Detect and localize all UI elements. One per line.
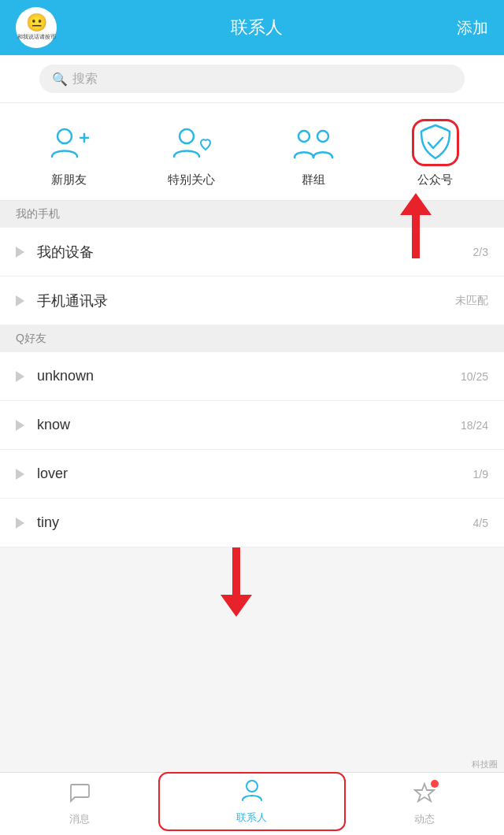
list-arrow-icon (16, 295, 24, 306)
list-item-unknown[interactable]: unknown 10/25 (0, 352, 504, 401)
official-label: 公众号 (417, 173, 453, 187)
quick-actions-grid: 新朋友 特别关心 群组 (0, 103, 504, 201)
star-icon (413, 781, 435, 809)
add-button[interactable]: 添加 (457, 17, 488, 39)
list-item-label: lover (37, 466, 473, 482)
list-item-badge: 未匹配 (455, 294, 488, 308)
list-arrow-icon (16, 247, 24, 258)
quick-action-groups[interactable]: 群组 (252, 119, 374, 187)
list-item-label: know (37, 417, 461, 433)
new-friends-icon (46, 119, 93, 166)
svg-point-3 (180, 129, 194, 143)
list-item-phone-contacts[interactable]: 手机通讯录 未匹配 (0, 276, 504, 325)
tab-contacts-label: 联系人 (236, 811, 267, 825)
quick-action-official[interactable]: 公众号 (374, 119, 496, 187)
list-item-badge: 1/9 (473, 468, 488, 481)
list-arrow-icon (16, 420, 24, 431)
page-title: 联系人 (231, 16, 283, 39)
search-icon: 🔍 (52, 72, 68, 87)
list-item-badge: 2/3 (473, 246, 488, 258)
list-item-know[interactable]: know 18/24 (0, 401, 504, 450)
tab-bar: 消息 联系人 动态 (0, 772, 504, 835)
list-arrow-icon (16, 469, 24, 480)
list-item-label: unknown (37, 368, 461, 384)
official-icon (412, 119, 459, 166)
tab-moments-label: 动态 (414, 812, 435, 826)
search-placeholder: 搜索 (72, 71, 98, 87)
list-item-badge: 18/24 (461, 419, 488, 432)
quick-action-special-care[interactable]: 特别关心 (130, 119, 252, 187)
app-logo: 😐 和我说话请按币 (16, 7, 57, 48)
groups-icon (290, 119, 337, 166)
groups-label: 群组 (302, 173, 325, 187)
list-arrow-icon (16, 371, 24, 382)
list-item-badge: 4/5 (473, 517, 488, 529)
new-friends-label: 新朋友 (51, 173, 87, 187)
tab-messages-label: 消息 (69, 812, 90, 826)
special-care-icon (168, 119, 215, 166)
svg-point-6 (246, 781, 258, 792)
section-header-q-friends: Q好友 (0, 325, 504, 352)
list-arrow-icon (16, 518, 24, 529)
special-care-label: 特别关心 (168, 173, 215, 187)
tab-contacts[interactable]: 联系人 (158, 772, 345, 831)
logo-emoji: 😐 (26, 14, 47, 32)
svg-point-4 (298, 131, 309, 142)
annotation-arrow-down-shaft (232, 547, 240, 595)
svg-point-5 (317, 131, 328, 142)
watermark: 科技圈 (472, 759, 498, 770)
list-item-tiny[interactable]: tiny 4/5 (0, 499, 504, 547)
person-icon (240, 778, 264, 807)
chat-icon (69, 781, 91, 809)
list-item-label: 手机通讯录 (37, 291, 455, 310)
list-item-lover[interactable]: lover 1/9 (0, 450, 504, 499)
logo-subtext: 和我说话请按币 (17, 33, 56, 41)
header: 😐 和我说话请按币 联系人 添加 (0, 0, 504, 55)
quick-action-new-friends[interactable]: 新朋友 (8, 119, 130, 187)
search-bar: 🔍 搜索 (0, 55, 504, 103)
list-item-badge: 10/25 (461, 370, 488, 383)
annotation-arrow-shaft (412, 215, 420, 258)
tab-messages[interactable]: 消息 (0, 781, 158, 826)
search-input[interactable]: 🔍 搜索 (39, 65, 465, 93)
tab-moments[interactable]: 动态 (346, 781, 504, 826)
annotation-arrow-down-head (220, 595, 252, 617)
svg-point-0 (57, 129, 72, 143)
annotation-arrow-up (400, 193, 432, 215)
list-item-label: tiny (37, 514, 473, 531)
